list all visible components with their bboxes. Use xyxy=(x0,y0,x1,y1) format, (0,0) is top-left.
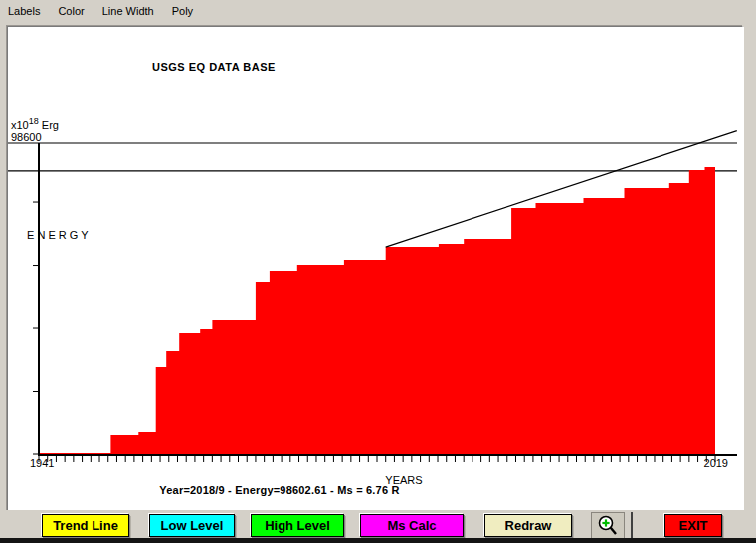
y-unit-suffix: Erg xyxy=(42,119,59,131)
toolbar-separator xyxy=(631,512,633,539)
menu-color[interactable]: Color xyxy=(49,3,93,19)
magnifier-plus-icon xyxy=(597,514,619,537)
y-axis-top-value: 98600 xyxy=(11,131,42,143)
redraw-button[interactable]: Redraw xyxy=(484,514,572,537)
menu-bar: Labels Color Line Width Poly xyxy=(0,0,756,22)
exit-button[interactable]: EXIT xyxy=(664,514,722,537)
chart-panel: USGS EQ DATA BASE x1018 Erg 98600 E N E … xyxy=(7,26,743,512)
button-toolbar: Trend Line Low Level High Level Ms Calc … xyxy=(0,510,756,538)
y-unit-base: x10 xyxy=(11,119,29,131)
window-bottom-edge xyxy=(0,538,756,543)
menu-labels[interactable]: Labels xyxy=(8,3,49,19)
menu-poly[interactable]: Poly xyxy=(163,3,202,19)
status-readout: Year=2018/9 - Energy=98602.61 - Ms = 6.7… xyxy=(8,484,551,496)
high-level-button[interactable]: High Level xyxy=(251,514,344,537)
low-level-button[interactable]: Low Level xyxy=(149,514,235,537)
x-axis-min-label: 1941 xyxy=(30,457,54,469)
y-axis-title: E N E R G Y xyxy=(27,229,41,241)
x-axis-max-label: 2019 xyxy=(688,457,728,469)
trend-line xyxy=(386,131,737,248)
y-axis-unit-label: x1018 Erg xyxy=(11,115,59,131)
chart-title: USGS EQ DATA BASE xyxy=(152,61,276,73)
trend-line-button[interactable]: Trend Line xyxy=(42,514,129,537)
y-unit-exponent: 18 xyxy=(29,116,39,126)
zoom-button[interactable] xyxy=(591,512,625,539)
app-window: { "menu": { "items": [ {"label": "Labels… xyxy=(0,0,756,543)
ms-calc-button[interactable]: Ms Calc xyxy=(360,514,464,537)
chart-canvas xyxy=(8,27,742,511)
energy-area xyxy=(39,167,715,454)
menu-line-width[interactable]: Line Width xyxy=(94,3,163,19)
